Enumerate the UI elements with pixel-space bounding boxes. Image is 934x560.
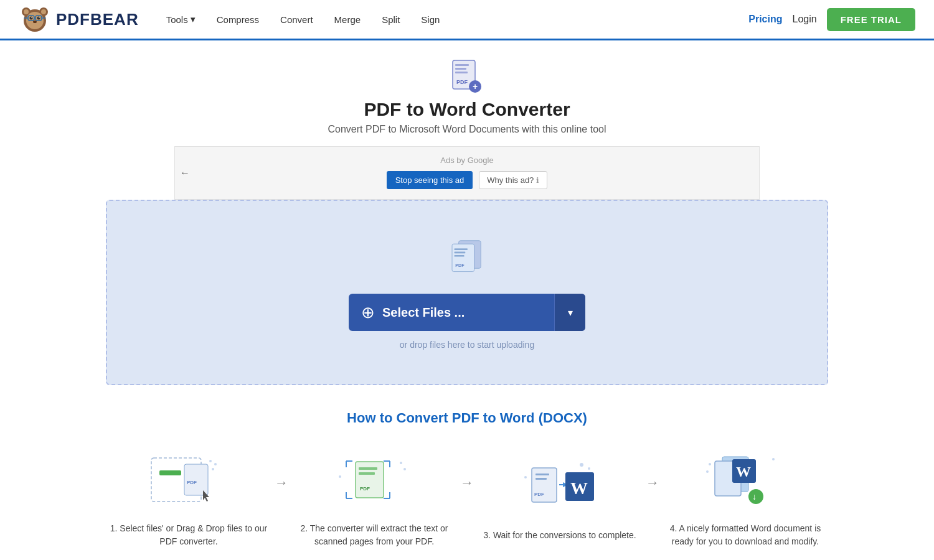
pdf-header-icon: PDF + — [451, 59, 483, 95]
info-icon: ℹ — [536, 176, 539, 185]
arrow-3: → — [641, 475, 664, 491]
svg-point-9 — [39, 17, 40, 18]
svg-point-74 — [772, 458, 775, 460]
svg-text:PDF: PDF — [187, 480, 197, 485]
svg-text:PDF: PDF — [534, 492, 544, 497]
free-trial-button[interactable]: FREE TRIAL — [827, 8, 915, 31]
logo-text: PDFBEAR — [56, 10, 139, 29]
select-files-label: Select Files ... — [382, 306, 465, 320]
svg-point-65 — [524, 476, 527, 478]
nav-merge[interactable]: Merge — [326, 9, 370, 30]
pricing-link[interactable]: Pricing — [748, 14, 782, 25]
svg-point-10 — [33, 21, 37, 23]
svg-point-8 — [31, 17, 32, 18]
svg-rect-48 — [356, 462, 384, 498]
nav-tools[interactable]: Tools ▾ — [158, 9, 204, 30]
main-nav: Tools ▾ Compress Convert Merge Split Sig… — [158, 9, 749, 30]
step-4-icon: W ↓ — [702, 449, 789, 511]
drop-zone[interactable]: PDF PDF ⊕ Select Files ... ▾ or drop fil… — [106, 200, 828, 385]
login-link[interactable]: Login — [793, 14, 817, 25]
svg-point-54 — [339, 475, 341, 478]
svg-rect-30 — [455, 255, 465, 257]
tools-dropdown-icon: ▾ — [191, 14, 196, 25]
svg-point-38 — [214, 463, 217, 465]
svg-text:W: W — [570, 478, 588, 498]
header-right: Pricing Login FREE TRIAL — [748, 8, 915, 31]
steps-row: PDF 1. Select files' or Drag & Drop file… — [62, 449, 872, 548]
nav-split[interactable]: Split — [373, 9, 408, 30]
step-1-text: 1. Select files' or Drag & Drop files to… — [108, 522, 270, 548]
pdf-files-illustration: PDF PDF — [442, 235, 492, 279]
svg-rect-19 — [455, 72, 468, 73]
svg-rect-17 — [455, 64, 469, 66]
svg-point-39 — [212, 468, 214, 470]
main-content: PDF + PDF to Word Converter Convert PDF … — [0, 40, 934, 560]
ad-area: ← Ads by Google Stop seeing this ad Why … — [174, 146, 760, 200]
header: PDFBEAR Tools ▾ Compress Convert Merge S… — [0, 0, 934, 40]
svg-point-64 — [588, 467, 590, 470]
page-title: PDF to Word Converter — [364, 99, 570, 120]
svg-point-52 — [400, 462, 402, 464]
arrow-2: → — [455, 475, 479, 491]
svg-point-2 — [24, 9, 29, 14]
svg-point-6 — [30, 17, 33, 20]
logo[interactable]: PDFBEAR — [19, 3, 139, 35]
step-4: W ↓ 4. A nicely formatted Word document … — [664, 449, 826, 548]
step-3-icon: PDF W — [516, 455, 603, 518]
select-files-button[interactable]: ⊕ Select Files ... ▾ — [349, 294, 585, 331]
svg-text:W: W — [736, 464, 751, 480]
nav-sign[interactable]: Sign — [412, 9, 448, 30]
svg-rect-50 — [359, 472, 375, 475]
how-to-section: How to Convert PDF to Word (DOCX) PDF — [0, 385, 934, 560]
ad-back-arrow[interactable]: ← — [180, 167, 190, 179]
svg-rect-18 — [455, 68, 466, 70]
svg-point-72 — [709, 463, 711, 465]
step-1: PDF 1. Select files' or Drag & Drop file… — [108, 449, 270, 548]
stop-ad-button[interactable]: Stop seeing this ad — [387, 171, 473, 189]
svg-rect-49 — [359, 467, 377, 470]
svg-rect-57 — [535, 478, 547, 480]
svg-point-63 — [580, 463, 583, 467]
svg-point-53 — [403, 468, 406, 470]
svg-text:PDF: PDF — [455, 263, 465, 268]
plus-icon: ⊕ — [361, 303, 375, 322]
arrow-1: → — [270, 475, 293, 491]
how-to-title: How to Convert PDF to Word (DOCX) — [347, 410, 587, 426]
why-ad-button[interactable]: Why this ad? ℹ — [479, 171, 547, 189]
svg-point-37 — [209, 460, 212, 462]
svg-rect-29 — [455, 252, 466, 254]
step-3-text: 3. Wait for the conversions to complete. — [483, 529, 636, 542]
svg-rect-28 — [455, 248, 468, 250]
step-2: PDF 2. The converter will extract the te… — [293, 449, 455, 548]
nav-compress[interactable]: Compress — [208, 9, 268, 30]
nav-convert[interactable]: Convert — [271, 9, 322, 30]
svg-point-4 — [41, 9, 46, 14]
chevron-down-icon: ▾ — [568, 307, 573, 319]
page-subtitle: Convert PDF to Microsoft Word Documents … — [328, 124, 606, 135]
step-1-icon: PDF — [145, 449, 232, 511]
svg-text:PDF: PDF — [456, 79, 468, 85]
svg-point-73 — [706, 470, 709, 473]
step-2-icon: PDF — [331, 449, 418, 511]
svg-rect-56 — [535, 474, 549, 475]
drop-hint: or drop files here to start uploading — [400, 340, 534, 350]
svg-point-7 — [37, 17, 40, 20]
svg-text:↓: ↓ — [752, 492, 757, 502]
step-4-text: 4. A nicely formatted Word document is r… — [664, 522, 826, 548]
ads-by-google: Ads by Google — [440, 156, 493, 165]
ads-buttons: Stop seeing this ad Why this ad? ℹ — [387, 171, 548, 189]
svg-rect-33 — [159, 470, 181, 475]
step-3: PDF W 3. Wait for the — [479, 455, 641, 542]
pdfbear-logo-icon — [19, 3, 51, 35]
page-title-area: PDF + PDF to Word Converter Convert PDF … — [328, 59, 606, 135]
step-2-text: 2. The converter will extract the text o… — [293, 522, 455, 548]
svg-text:+: + — [473, 82, 478, 91]
select-files-dropdown[interactable]: ▾ — [554, 294, 585, 331]
select-files-main[interactable]: ⊕ Select Files ... — [349, 303, 554, 322]
svg-text:PDF: PDF — [360, 486, 370, 492]
